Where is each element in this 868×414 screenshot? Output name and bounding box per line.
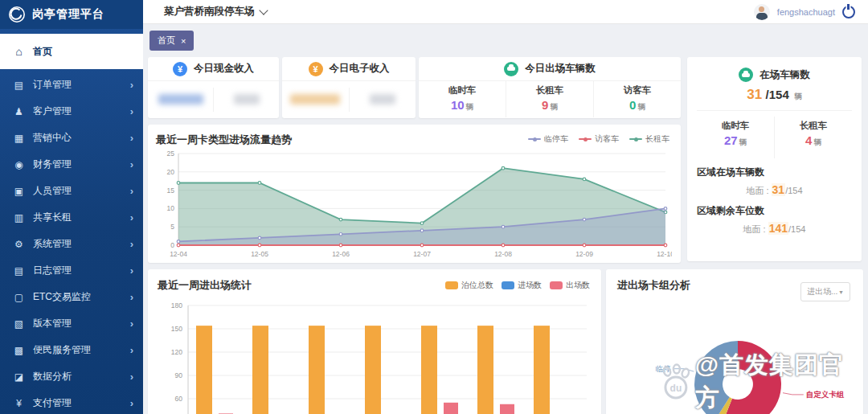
chevron-right-icon: › (130, 158, 133, 170)
stat-value: 4辆 (775, 133, 852, 148)
sidebar-item-staff[interactable]: ▣人员管理› (0, 178, 143, 204)
svg-text:12-04: 12-04 (170, 250, 187, 258)
svg-text:15: 15 (167, 187, 175, 195)
line-chart-title: 最近一周卡类型进场流量趋势 (156, 133, 292, 146)
svg-text:12-05: 12-05 (251, 250, 268, 258)
tab-close-icon[interactable]: × (181, 36, 186, 46)
legend-swatch (445, 281, 458, 289)
legend-label: 出场数 (566, 280, 590, 291)
legend-item[interactable]: 泊位总数 (445, 280, 493, 291)
svg-text:120: 120 (171, 348, 182, 356)
sidebar-item-label: 版本管理 (33, 317, 72, 330)
onsite-vehicles-card: 在场车辆数 31 /154 辆 临时车27辆长租车4辆 区域在场车辆数地面 :3… (687, 57, 862, 261)
svg-text:12-09: 12-09 (575, 250, 593, 258)
chevron-right-icon: › (130, 211, 133, 223)
sidebar-item-etc-monitor[interactable]: ▢ETC交易监控› (0, 284, 143, 310)
legend-line-marker (579, 138, 592, 140)
legend-swatch (502, 281, 514, 289)
tab-home[interactable]: 首页 × (149, 31, 194, 51)
stat-label: 长租车 (775, 120, 852, 132)
stat-number: 27 (724, 133, 738, 147)
legend-item[interactable]: 长租车 (629, 133, 669, 145)
sidebar-item-log[interactable]: ▤日志管理› (0, 257, 143, 284)
main-content: 首页 × ¥ 今日现金收入 ¥ (143, 24, 868, 414)
legend-item[interactable]: 出场数 (550, 280, 590, 291)
sidebar-item-finance[interactable]: ◉财务管理› (0, 151, 143, 178)
svg-text:12-08: 12-08 (494, 250, 512, 258)
donut-chart-title: 进出场卡组分析 (617, 279, 690, 291)
sidebar-item-label: 共享长租 (33, 211, 72, 224)
onsite-unit: 辆 (794, 92, 802, 100)
sidebar-item-service[interactable]: ▩便民服务管理› (0, 337, 143, 363)
stat-unit: 辆 (739, 137, 747, 146)
donut-chart: 自定义卡组白名单临停 (617, 307, 852, 414)
stat-label: 访客车 (594, 84, 681, 96)
electronic-income-card: ¥ 今日电子收入 (282, 57, 416, 118)
onsite-total: 31 /154 辆 (697, 87, 852, 103)
card-group-analysis-card: 进出场卡组分析 进出场... ▼ 自定义卡组白名单临停 (606, 269, 863, 414)
legend-label: 泊位总数 (461, 280, 493, 291)
inout-filter-dropdown[interactable]: 进出场... ▼ (800, 282, 850, 301)
logout-power-icon[interactable] (842, 6, 855, 18)
chevron-right-icon: › (130, 132, 133, 144)
sidebar: 岗亭管理平台 ⌂首页▤订单管理›♟客户管理›▦营销中心›◉财务管理›▣人员管理›… (0, 0, 143, 414)
legend-label: 临停车 (544, 133, 568, 145)
stat-column: 长租车9辆 (506, 81, 593, 117)
cash-card-title: 今日现金收入 (194, 62, 254, 76)
payment-icon: ¥ (13, 398, 25, 409)
electronic-pay-icon: ¥ (309, 62, 323, 76)
stat-value: 10辆 (419, 98, 506, 113)
sidebar-item-label: ETC交易监控 (33, 290, 91, 304)
sidebar-item-home[interactable]: ⌂首页 (0, 34, 143, 69)
electronic-card-title: 今日电子收入 (330, 62, 390, 76)
customer-icon: ♟ (13, 106, 25, 117)
analytics-icon: ◪ (13, 371, 25, 383)
sidebar-item-payment[interactable]: ¥支付管理› (0, 390, 143, 414)
chevron-right-icon: › (130, 371, 133, 383)
avatar[interactable] (754, 4, 770, 20)
sidebar-item-label: 支付管理 (33, 396, 72, 410)
stat-column: 访客车0辆 (593, 81, 681, 117)
user-area: fengshachuagt (754, 4, 855, 20)
car-icon (739, 68, 753, 82)
sidebar-item-label: 客户管理 (33, 105, 72, 118)
sidebar-item-analytics[interactable]: ◪数据分析› (0, 363, 143, 390)
chevron-down-icon: ▼ (838, 289, 844, 295)
sidebar-item-marketing[interactable]: ▦营销中心› (0, 125, 143, 151)
svg-text:150: 150 (171, 325, 182, 333)
exit-card-title: 今日出场车辆数 (525, 62, 596, 76)
electronic-subvalue-redacted (370, 94, 395, 105)
svg-text:12-10: 12-10 (657, 250, 672, 258)
region-section-title: 区域剩余车位数 (697, 204, 852, 218)
legend-line-marker (528, 138, 541, 140)
region-suffix: /154 (788, 224, 805, 234)
sidebar-item-label: 数据分析 (33, 370, 72, 383)
legend-item[interactable]: 访客车 (579, 133, 619, 145)
parking-lot-selector[interactable]: 菜户营桥南段停车场 (164, 5, 267, 18)
sidebar-item-order[interactable]: ▤订单管理› (0, 72, 143, 98)
legend-item[interactable]: 临停车 (528, 133, 568, 145)
stat-number: 4 (805, 133, 812, 147)
weekly-entry-trend-card: 最近一周卡类型进场流量趋势 临停车访客车长租车 051015202512-041… (148, 125, 681, 263)
stat-number: 10 (451, 98, 465, 112)
sidebar-item-share-rent[interactable]: ▥共享长租› (0, 204, 143, 231)
svg-text:90: 90 (175, 371, 183, 379)
stat-number: 0 (629, 98, 636, 112)
region-prefix: 地面 : (743, 224, 766, 234)
svg-text:60: 60 (175, 395, 183, 403)
cash-value-redacted (158, 94, 203, 105)
sidebar-item-system[interactable]: ⚙系统管理› (0, 231, 143, 257)
sidebar-item-version[interactable]: ▧版本管理› (0, 310, 143, 337)
onsite-current: 31 (747, 87, 762, 102)
svg-text:20: 20 (167, 168, 175, 176)
bar-chart: 030609012015018012-0412-0512-0612-0712-0… (158, 297, 592, 414)
legend-item[interactable]: 进场数 (502, 280, 542, 291)
legend-line-marker (629, 138, 642, 140)
sidebar-item-customer[interactable]: ♟客户管理› (0, 98, 143, 125)
stat-unit: 辆 (813, 137, 821, 146)
username: fengshachuagt (777, 7, 835, 17)
legend-swatch (550, 281, 563, 289)
region-prefix: 地面 : (746, 186, 768, 195)
sidebar-item-label: 人员管理 (33, 184, 72, 198)
svg-text:0: 0 (170, 241, 174, 249)
